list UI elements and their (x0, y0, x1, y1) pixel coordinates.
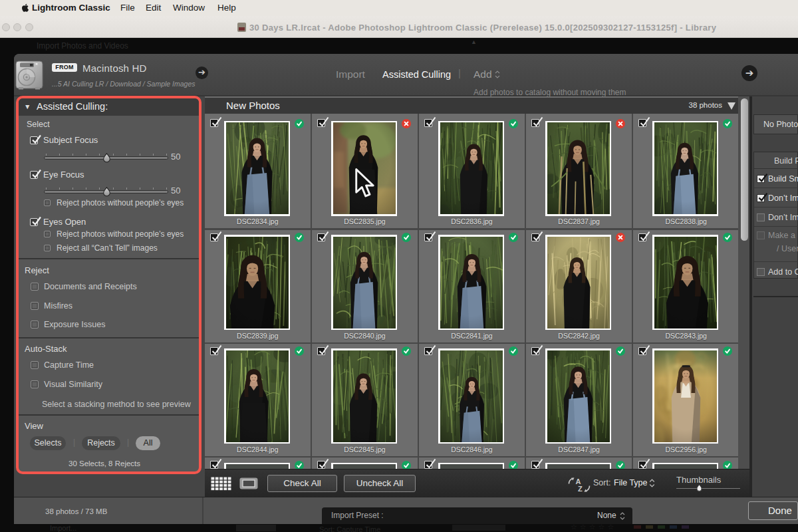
svg-text:Z: Z (578, 485, 583, 493)
